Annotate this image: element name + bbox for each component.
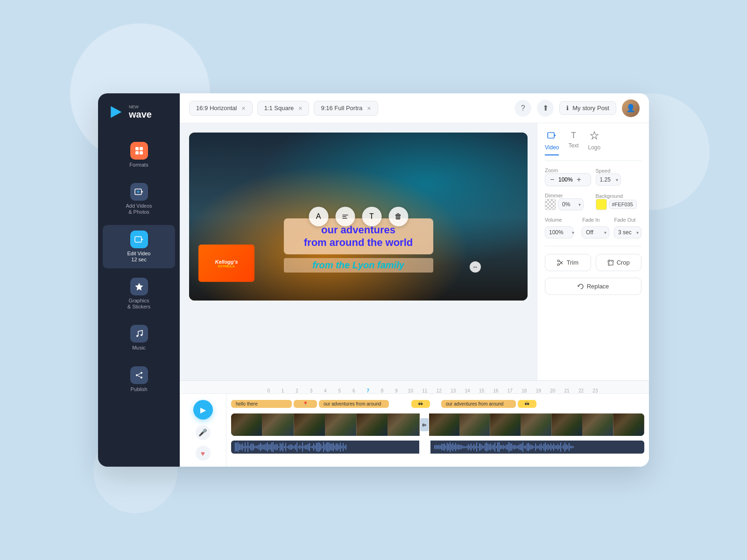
svg-marker-26: [554, 134, 556, 136]
add-videos-icon: [134, 187, 144, 196]
svg-point-17: [141, 377, 142, 378]
dimmer-select[interactable]: 0% 25% 50% 75%: [558, 198, 584, 210]
video-strip-1[interactable]: [231, 413, 420, 436]
fade-in-label: Fade In: [582, 217, 609, 223]
svg-rect-25: [551, 133, 552, 138]
sidebar-item-music[interactable]: Music: [103, 319, 175, 357]
zoom-plus-button[interactable]: +: [576, 175, 582, 184]
svg-rect-11: [136, 240, 138, 241]
svg-rect-9: [135, 237, 141, 242]
svg-point-27: [557, 260, 559, 262]
background-color-swatch[interactable]: [596, 199, 607, 210]
upload-button[interactable]: ⬆: [537, 100, 554, 117]
ruler-21: 21: [560, 388, 574, 393]
ruler-5: 5: [332, 388, 346, 393]
sidebar-item-add-videos[interactable]: Add Videos& Photos: [103, 177, 175, 221]
ruler-19: 19: [531, 388, 545, 393]
video-strip-2[interactable]: [429, 413, 644, 436]
background-label: Background: [596, 193, 642, 199]
play-button[interactable]: ▶: [193, 400, 213, 420]
panel-tab-text-label: Text: [568, 142, 578, 149]
tab-label: 9:16 Full Portra: [321, 105, 362, 112]
panel-tab-logo[interactable]: Logo: [588, 131, 601, 155]
text-format-button[interactable]: A: [309, 207, 328, 226]
panel-tab-text[interactable]: T Text: [568, 131, 578, 155]
text-chip-emoji-1[interactable]: 📍: [294, 400, 317, 408]
delete-button[interactable]: 🗑: [388, 207, 408, 226]
tab-9-16[interactable]: 9:16 Full Portra ×: [314, 101, 378, 116]
mic-button[interactable]: 🎤: [196, 425, 211, 440]
ruler-7: 7: [361, 388, 375, 393]
ruler-18: 18: [517, 388, 531, 393]
sidebar-item-label: Add Videos& Photos: [126, 203, 152, 215]
add-videos-icon-box: [130, 183, 148, 201]
sidebar-item-graphics-stickers[interactable]: Graphics& Stickers: [103, 272, 175, 315]
tab-1-1[interactable]: 1:1 Square ×: [257, 101, 310, 116]
ruler-20: 20: [545, 388, 559, 393]
ruler-23: 23: [588, 388, 602, 393]
text-overlay[interactable]: our adventuresfrom around the world from…: [284, 218, 433, 273]
sidebar-item-formats[interactable]: Formats: [103, 136, 175, 174]
close-icon[interactable]: ×: [367, 105, 371, 112]
fade-out-select[interactable]: 3 sec Off 1 sec 2 sec: [614, 226, 641, 238]
video-strip-row: ⧐: [231, 413, 644, 437]
svg-point-14: [141, 334, 142, 336]
svg-rect-24: [549, 133, 550, 138]
frame: [231, 413, 262, 436]
ruler-16: 16: [489, 388, 503, 393]
text-size-button[interactable]: T: [362, 207, 381, 226]
ruler-12: 12: [432, 388, 446, 393]
resize-handle[interactable]: ↔: [470, 261, 481, 273]
frame: [388, 413, 419, 436]
tab-16-9[interactable]: 16:9 Horizontal ×: [189, 101, 253, 116]
panel-tab-logo-label: Logo: [588, 144, 601, 151]
ruler-8: 8: [375, 388, 389, 393]
frame: [490, 413, 521, 436]
help-button[interactable]: ?: [514, 100, 531, 117]
svg-line-18: [138, 373, 141, 375]
frame: [583, 413, 613, 436]
volume-select[interactable]: 100% 75% 50% 0%: [545, 226, 573, 238]
strip-frames-2: [429, 413, 644, 436]
project-title[interactable]: ℹ My story Post: [559, 101, 616, 115]
panel-tab-video[interactable]: Video: [545, 131, 559, 155]
timeline: 0 1 2 3 4 5 6 7 8 9 10 11 12 13 14 15 16: [180, 380, 649, 467]
heart-button[interactable]: ♥: [196, 446, 211, 461]
trim-button[interactable]: Trim: [545, 254, 591, 271]
audio-track-2: [430, 441, 644, 454]
svg-point-13: [136, 335, 138, 337]
dimmer-pattern: [545, 199, 556, 210]
close-icon[interactable]: ×: [241, 105, 245, 112]
sidebar-item-publish[interactable]: Publish: [103, 361, 175, 398]
zoom-minus-button[interactable]: −: [549, 175, 555, 184]
text-chip-label: our adventures from around: [446, 401, 503, 406]
sidebar-item-edit-video[interactable]: Edit Video12 sec: [103, 225, 175, 268]
text-chip-emoji-2[interactable]: 🕶: [411, 400, 430, 408]
ruler-marks: 0 1 2 3 4 5 6 7 8 9 10 11 12 13 14 15 16: [261, 381, 602, 393]
speed-select[interactable]: 1.25 0.5 1.0 1.5 2.0: [596, 174, 621, 186]
avatar[interactable]: 👤: [622, 99, 640, 117]
close-icon[interactable]: ×: [298, 105, 302, 112]
text-align-button[interactable]: [335, 207, 355, 226]
ruler-2: 2: [290, 388, 304, 393]
sidebar-item-label: Graphics& Stickers: [127, 298, 151, 310]
fade-in-select[interactable]: Off 1 sec 2 sec: [582, 226, 609, 238]
topbar: 16:9 Horizontal × 1:1 Square × 9:16 Full…: [180, 93, 649, 123]
gap-connector: ⧐: [420, 418, 429, 431]
dimmer-section: Dimmer 0% 25% 50% 75%: [545, 193, 591, 210]
text-chip-emoji-3[interactable]: 🕶: [518, 400, 536, 408]
replace-button[interactable]: Replace: [545, 278, 641, 295]
text-chip-adventures[interactable]: our adventures from around: [319, 400, 389, 408]
text-chip-adventures-2[interactable]: our adventures from around: [441, 400, 516, 408]
logo-icon: [107, 104, 124, 120]
ruler-0: 0: [261, 388, 275, 393]
svg-marker-0: [111, 106, 121, 118]
background-section: Background #FEF035: [596, 193, 642, 210]
main-area: 16:9 Horizontal × 1:1 Square × 9:16 Full…: [180, 93, 649, 467]
background-control: #FEF035: [596, 199, 642, 210]
dimmer-select-wrap: 0% 25% 50% 75%: [558, 198, 584, 210]
svg-rect-31: [608, 260, 613, 265]
text-chip-hello[interactable]: hello there: [231, 400, 292, 408]
waveform-1: [235, 441, 416, 454]
crop-button[interactable]: Crop: [596, 254, 642, 271]
